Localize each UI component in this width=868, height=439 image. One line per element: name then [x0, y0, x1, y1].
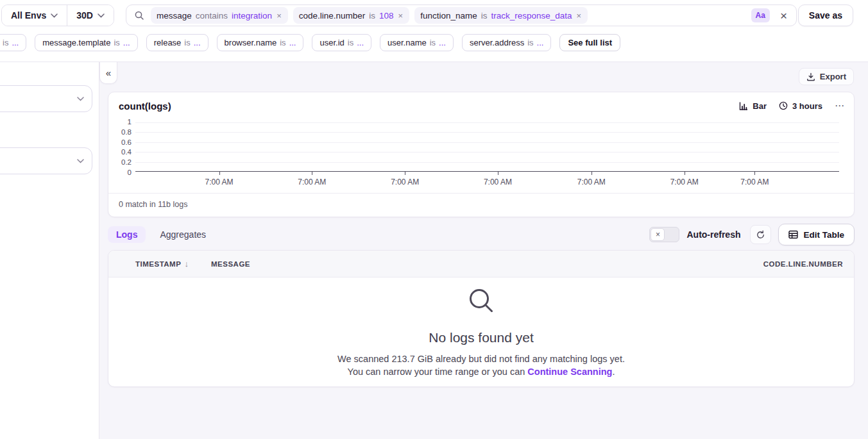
y-tick-label: 0: [128, 169, 132, 176]
filter-operator: is: [527, 38, 533, 47]
auto-refresh-toggle[interactable]: ×: [649, 227, 679, 242]
search-filter-chip[interactable]: message contains integration ×: [151, 7, 288, 24]
search-filter-chip[interactable]: function_name is track_response_data ×: [414, 7, 588, 24]
x-axis-labels: 7:00 AM7:00 AM7:00 AM7:00 AM7:00 AM7:00 …: [135, 178, 839, 188]
suggested-filter-chip[interactable]: release is ...: [146, 34, 208, 51]
chart-menu-icon[interactable]: ⋯: [835, 100, 845, 112]
filter-operator: is: [481, 11, 488, 21]
chart-title: count(logs): [119, 101, 171, 112]
sidebar: [0, 62, 99, 439]
clock-icon: [779, 101, 788, 110]
filter-value: ...: [289, 38, 296, 47]
see-full-list-button[interactable]: See full list: [559, 34, 620, 51]
auto-refresh-label: Auto-refresh: [686, 229, 740, 240]
x-tick-mark: [685, 172, 685, 175]
y-tick-label: 0.6: [121, 138, 132, 146]
range-selector-label: 30D: [76, 10, 93, 21]
y-tick-label: 1: [128, 118, 132, 126]
column-header-message[interactable]: MESSAGE: [211, 260, 763, 268]
filter-value: ...: [123, 38, 130, 47]
logs-table: TIMESTAMP ↓ MESSAGE CODE.LINE.NUMBER No …: [108, 250, 855, 387]
filter-value: integration: [232, 11, 272, 21]
range-selector-button[interactable]: 30D: [67, 5, 114, 26]
continue-scanning-link[interactable]: Continue Scanning: [527, 367, 612, 377]
filter-key: user.name: [387, 38, 427, 47]
x-tick-label: 7:00 AM: [577, 178, 606, 186]
column-header-code-line-number[interactable]: CODE.LINE.NUMBER: [763, 260, 854, 268]
x-tick-mark: [591, 172, 592, 175]
chart-card: count(logs) Bar 3 hours ⋯ 10.80.60.40.20…: [108, 92, 855, 217]
empty-state-title: No logs found yet: [429, 330, 533, 345]
chart-type-button[interactable]: Bar: [739, 101, 767, 111]
filter-key: code.line.number: [299, 11, 366, 21]
x-tick-mark: [219, 172, 220, 175]
chart-interval-label: 3 hours: [792, 101, 822, 111]
magnifier-icon: [466, 286, 496, 315]
sort-descending-icon: ↓: [184, 259, 189, 269]
gridline: [135, 152, 839, 153]
refresh-button[interactable]: [750, 225, 771, 244]
x-tick-label: 7:00 AM: [298, 178, 326, 186]
filter-value: ...: [357, 38, 364, 47]
toggle-off-icon: ×: [651, 228, 665, 241]
chart-plot-area: [135, 122, 839, 172]
table-icon: [788, 230, 798, 239]
filter-key: browser.name: [225, 38, 277, 47]
tab-logs[interactable]: Logs: [108, 226, 146, 243]
edit-table-label: Edit Table: [803, 230, 844, 240]
tab-aggregates[interactable]: Aggregates: [160, 229, 206, 240]
gridline: [135, 122, 839, 123]
export-button[interactable]: Export: [799, 68, 854, 85]
suggested-filter-chip[interactable]: user.id is ...: [312, 34, 371, 51]
search-input[interactable]: message contains integration × code.line…: [126, 4, 797, 26]
suggested-filter-chip[interactable]: browser.name is ...: [217, 34, 304, 51]
bar-chart-icon: [739, 102, 748, 110]
search-filter-chip[interactable]: code.line.number is 108 ×: [293, 7, 409, 24]
top-bar: All Envs 30D message contains integratio…: [0, 0, 868, 31]
x-tick-label: 7:00 AM: [205, 178, 234, 186]
filter-key: server.address: [470, 38, 524, 47]
remove-filter-icon[interactable]: ×: [276, 11, 282, 21]
sidebar-dropdown-1[interactable]: [0, 85, 92, 112]
x-tick-label: 7:00 AM: [670, 178, 699, 186]
empty-state-line2-period: .: [612, 367, 615, 377]
x-tick-label: 7:00 AM: [740, 178, 769, 186]
remove-filter-icon[interactable]: ×: [576, 11, 583, 21]
filter-operator: is: [348, 38, 353, 47]
filter-value: ...: [439, 38, 446, 47]
filter-operator: is: [184, 38, 190, 47]
edit-table-button[interactable]: Edit Table: [778, 224, 855, 245]
column-header-timestamp[interactable]: TIMESTAMP ↓: [108, 259, 211, 269]
chevron-down-icon: [98, 13, 105, 18]
filter-operator: is: [3, 38, 8, 47]
env-selector-button[interactable]: All Envs: [2, 5, 67, 26]
save-as-button[interactable]: Save as: [798, 4, 853, 26]
collapse-sidebar-button[interactable]: «: [99, 62, 117, 84]
filter-key: release: [154, 38, 182, 47]
tabs-row: Logs Aggregates × Auto-refresh Edit Tabl…: [108, 223, 855, 246]
chart-interval-button[interactable]: 3 hours: [779, 101, 822, 111]
suggested-filter-chip[interactable]: message.template is ...: [35, 34, 137, 51]
empty-state-line2: You can narrow your time range or you ca…: [337, 365, 625, 378]
x-tick-label: 7:00 AM: [484, 178, 512, 186]
filter-operator: is: [430, 38, 436, 47]
filter-value: ...: [537, 38, 544, 47]
chevron-down-icon: [51, 13, 58, 18]
remove-filter-icon[interactable]: ×: [398, 11, 404, 21]
chevron-down-icon: [77, 97, 84, 101]
empty-state-line1: We scanned 213.7 GiB already but did not…: [337, 352, 625, 365]
case-sensitivity-button[interactable]: Aa: [751, 8, 770, 22]
filter-key: message.template: [42, 38, 110, 47]
chart-controls: Bar 3 hours ⋯: [739, 100, 845, 112]
clear-search-icon[interactable]: ×: [778, 10, 790, 22]
chart-footer-status: 0 match in 11b logs: [108, 193, 854, 217]
gridline: [135, 142, 839, 143]
suggested-filter-chip-partial[interactable]: is ...: [0, 34, 26, 51]
suggested-filter-chip[interactable]: server.address is ...: [462, 34, 552, 51]
main-area: « Export count(logs) Bar 3 hours ⋯ 10.80…: [99, 62, 868, 439]
filter-value: ...: [194, 38, 201, 47]
suggested-filter-chip[interactable]: user.name is ...: [380, 34, 454, 51]
x-axis-ticks: [135, 172, 839, 176]
sidebar-dropdown-2[interactable]: [0, 147, 92, 174]
download-icon: [806, 72, 815, 81]
